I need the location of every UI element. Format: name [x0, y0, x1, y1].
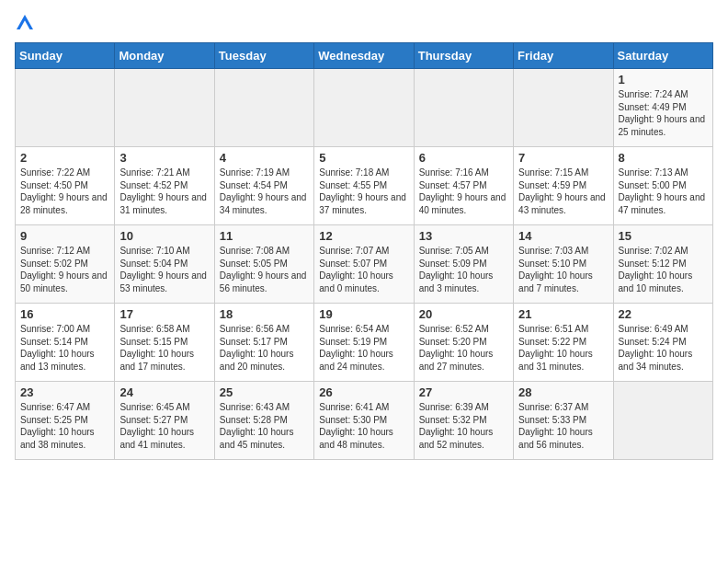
day-number: 4 [220, 151, 309, 165]
calendar-cell [115, 69, 214, 147]
calendar-cell [16, 69, 115, 147]
day-detail: Sunrise: 6:56 AM Sunset: 5:17 PM Dayligh… [220, 323, 309, 373]
calendar-cell: 24Sunrise: 6:45 AM Sunset: 5:27 PM Dayli… [115, 382, 214, 460]
day-detail: Sunrise: 7:19 AM Sunset: 4:54 PM Dayligh… [220, 167, 309, 216]
day-number: 17 [119, 307, 209, 321]
calendar-cell: 20Sunrise: 6:52 AM Sunset: 5:20 PM Dayli… [414, 304, 513, 382]
calendar-cell: 11Sunrise: 7:08 AM Sunset: 5:05 PM Dayli… [214, 225, 313, 304]
day-detail: Sunrise: 6:37 AM Sunset: 5:33 PM Dayligh… [518, 401, 608, 451]
calendar-week-row: 9Sunrise: 7:12 AM Sunset: 5:02 PM Daylig… [16, 225, 713, 304]
calendar-week-row: 2Sunrise: 7:22 AM Sunset: 4:50 PM Daylig… [16, 147, 713, 225]
calendar-cell: 10Sunrise: 7:10 AM Sunset: 5:04 PM Dayli… [115, 225, 214, 304]
day-detail: Sunrise: 6:39 AM Sunset: 5:32 PM Dayligh… [419, 401, 508, 451]
day-detail: Sunrise: 6:51 AM Sunset: 5:22 PM Dayligh… [518, 323, 608, 373]
calendar-table: SundayMondayTuesdayWednesdayThursdayFrid… [15, 42, 713, 460]
day-number: 28 [518, 385, 608, 399]
day-detail: Sunrise: 6:49 AM Sunset: 5:24 PM Dayligh… [619, 323, 708, 373]
calendar-cell [414, 69, 513, 147]
day-number: 27 [419, 385, 508, 399]
day-detail: Sunrise: 7:05 AM Sunset: 5:09 PM Dayligh… [419, 245, 508, 294]
day-detail: Sunrise: 7:24 AM Sunset: 4:49 PM Dayligh… [619, 88, 708, 138]
day-number: 8 [619, 151, 708, 165]
column-header-wednesday: Wednesday [314, 43, 414, 69]
day-detail: Sunrise: 6:58 AM Sunset: 5:15 PM Dayligh… [119, 323, 209, 373]
day-number: 7 [518, 151, 608, 165]
day-detail: Sunrise: 7:15 AM Sunset: 4:59 PM Dayligh… [518, 167, 608, 216]
calendar-cell: 16Sunrise: 7:00 AM Sunset: 5:14 PM Dayli… [16, 304, 115, 382]
calendar-cell: 28Sunrise: 6:37 AM Sunset: 5:33 PM Dayli… [514, 382, 613, 460]
column-header-thursday: Thursday [414, 43, 513, 69]
day-number: 21 [518, 307, 608, 321]
day-number: 6 [419, 151, 508, 165]
day-number: 15 [619, 229, 708, 243]
calendar-cell: 13Sunrise: 7:05 AM Sunset: 5:09 PM Dayli… [414, 225, 513, 304]
calendar-cell: 3Sunrise: 7:21 AM Sunset: 4:52 PM Daylig… [115, 147, 214, 225]
day-detail: Sunrise: 7:10 AM Sunset: 5:04 PM Dayligh… [119, 245, 209, 294]
page-header [15, 15, 713, 33]
calendar-cell [214, 69, 313, 147]
calendar-cell: 26Sunrise: 6:41 AM Sunset: 5:30 PM Dayli… [314, 382, 414, 460]
day-detail: Sunrise: 7:08 AM Sunset: 5:05 PM Dayligh… [220, 245, 309, 294]
day-number: 23 [20, 385, 109, 399]
calendar-cell: 21Sunrise: 6:51 AM Sunset: 5:22 PM Dayli… [514, 304, 613, 382]
day-detail: Sunrise: 7:21 AM Sunset: 4:52 PM Dayligh… [119, 167, 209, 216]
day-number: 12 [319, 229, 408, 243]
column-header-monday: Monday [115, 43, 214, 69]
day-detail: Sunrise: 7:03 AM Sunset: 5:10 PM Dayligh… [518, 245, 608, 294]
calendar-week-row: 23Sunrise: 6:47 AM Sunset: 5:25 PM Dayli… [16, 382, 713, 460]
day-number: 10 [119, 229, 209, 243]
calendar-cell: 27Sunrise: 6:39 AM Sunset: 5:32 PM Dayli… [414, 382, 513, 460]
calendar-cell [514, 69, 613, 147]
day-number: 3 [119, 151, 209, 165]
day-detail: Sunrise: 7:22 AM Sunset: 4:50 PM Dayligh… [20, 167, 109, 216]
day-detail: Sunrise: 6:52 AM Sunset: 5:20 PM Dayligh… [419, 323, 508, 373]
day-number: 20 [419, 307, 508, 321]
day-number: 1 [619, 73, 708, 86]
column-header-friday: Friday [514, 43, 613, 69]
day-detail: Sunrise: 7:00 AM Sunset: 5:14 PM Dayligh… [20, 323, 109, 373]
calendar-cell: 15Sunrise: 7:02 AM Sunset: 5:12 PM Dayli… [613, 225, 712, 304]
day-detail: Sunrise: 6:43 AM Sunset: 5:28 PM Dayligh… [220, 401, 309, 451]
calendar-cell: 25Sunrise: 6:43 AM Sunset: 5:28 PM Dayli… [214, 382, 313, 460]
day-detail: Sunrise: 7:18 AM Sunset: 4:55 PM Dayligh… [319, 167, 408, 216]
calendar-cell [314, 69, 414, 147]
logo-icon [17, 14, 33, 30]
calendar-cell: 19Sunrise: 6:54 AM Sunset: 5:19 PM Dayli… [314, 304, 414, 382]
calendar-cell: 23Sunrise: 6:47 AM Sunset: 5:25 PM Dayli… [16, 382, 115, 460]
calendar-cell: 12Sunrise: 7:07 AM Sunset: 5:07 PM Dayli… [314, 225, 414, 304]
column-header-saturday: Saturday [613, 43, 712, 69]
logo [15, 15, 33, 33]
calendar-cell: 4Sunrise: 7:19 AM Sunset: 4:54 PM Daylig… [214, 147, 313, 225]
day-number: 24 [119, 385, 209, 399]
day-number: 26 [319, 385, 408, 399]
day-number: 18 [220, 307, 309, 321]
day-detail: Sunrise: 7:13 AM Sunset: 5:00 PM Dayligh… [619, 167, 708, 216]
day-detail: Sunrise: 7:07 AM Sunset: 5:07 PM Dayligh… [319, 245, 408, 294]
calendar-cell: 2Sunrise: 7:22 AM Sunset: 4:50 PM Daylig… [16, 147, 115, 225]
day-number: 25 [220, 385, 309, 399]
day-number: 19 [319, 307, 408, 321]
day-number: 16 [20, 307, 109, 321]
day-detail: Sunrise: 7:16 AM Sunset: 4:57 PM Dayligh… [419, 167, 508, 216]
column-header-tuesday: Tuesday [214, 43, 313, 69]
day-detail: Sunrise: 6:45 AM Sunset: 5:27 PM Dayligh… [119, 401, 209, 451]
calendar-cell: 6Sunrise: 7:16 AM Sunset: 4:57 PM Daylig… [414, 147, 513, 225]
day-number: 11 [220, 229, 309, 243]
column-header-sunday: Sunday [16, 43, 115, 69]
day-detail: Sunrise: 7:02 AM Sunset: 5:12 PM Dayligh… [619, 245, 708, 294]
calendar-week-row: 16Sunrise: 7:00 AM Sunset: 5:14 PM Dayli… [16, 304, 713, 382]
calendar-cell: 18Sunrise: 6:56 AM Sunset: 5:17 PM Dayli… [214, 304, 313, 382]
day-detail: Sunrise: 6:54 AM Sunset: 5:19 PM Dayligh… [319, 323, 408, 373]
day-number: 2 [20, 151, 109, 165]
day-number: 22 [619, 307, 708, 321]
calendar-week-row: 1Sunrise: 7:24 AM Sunset: 4:49 PM Daylig… [16, 69, 713, 147]
day-number: 14 [518, 229, 608, 243]
day-detail: Sunrise: 6:41 AM Sunset: 5:30 PM Dayligh… [319, 401, 408, 451]
day-detail: Sunrise: 6:47 AM Sunset: 5:25 PM Dayligh… [20, 401, 109, 451]
day-detail: Sunrise: 7:12 AM Sunset: 5:02 PM Dayligh… [20, 245, 109, 294]
calendar-cell: 14Sunrise: 7:03 AM Sunset: 5:10 PM Dayli… [514, 225, 613, 304]
calendar-cell: 1Sunrise: 7:24 AM Sunset: 4:49 PM Daylig… [613, 69, 712, 147]
calendar-cell: 7Sunrise: 7:15 AM Sunset: 4:59 PM Daylig… [514, 147, 613, 225]
calendar-cell [613, 382, 712, 460]
calendar-cell: 22Sunrise: 6:49 AM Sunset: 5:24 PM Dayli… [613, 304, 712, 382]
